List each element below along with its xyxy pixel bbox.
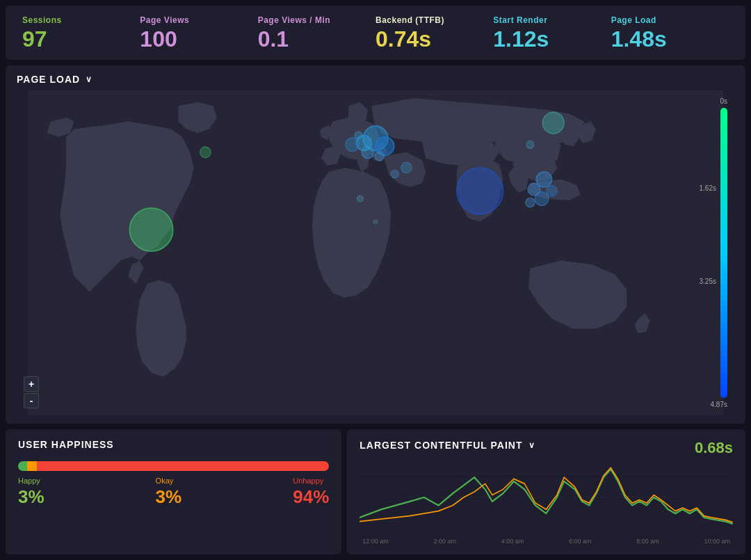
lcp-header: LARGEST CONTENTFUL PAINT ∨ 0.68s: [360, 439, 733, 457]
happiness-unhappy-bar: [37, 461, 329, 471]
svg-point-6: [362, 146, 374, 159]
legend-gradient: [720, 108, 727, 398]
stat-pageviews-label: Page Views: [140, 15, 257, 25]
legend-mid2-label: 3.25s: [700, 278, 716, 285]
stat-pageviews-min-value: 0.1: [258, 28, 376, 50]
happiness-labels: Happy 3% Okay 3% Unhappy 94%: [18, 477, 329, 508]
dashboard: Sessions 97 Page Views 100 Page Views / …: [0, 0, 751, 560]
happiness-unhappy-text: Unhappy: [293, 477, 329, 485]
lcp-value: 0.68s: [695, 439, 733, 457]
happiness-title: USER HAPPINESS: [18, 439, 329, 450]
x-label-5: 10:00 am: [704, 538, 730, 545]
stat-page-load-value: 1.48s: [611, 28, 729, 50]
happiness-okay-label: Okay 3%: [156, 477, 182, 508]
bottom-panels: USER HAPPINESS Happy 3% Okay 3% Unhappy: [6, 429, 745, 554]
stat-page-load: Page Load 1.48s: [611, 15, 729, 50]
stat-sessions-value: 97: [22, 28, 140, 50]
map-legend: 0s 1.62s 3.25s 4.87s: [693, 97, 727, 408]
svg-point-19: [526, 141, 534, 148]
zoom-out-button[interactable]: -: [24, 393, 39, 408]
x-label-2: 4:00 am: [501, 538, 524, 545]
svg-point-9: [355, 131, 362, 139]
lcp-title[interactable]: LARGEST CONTENTFUL PAINT ∨: [360, 440, 535, 451]
x-label-0: 12:00 am: [362, 538, 389, 545]
lcp-chart: [360, 461, 733, 534]
svg-point-12: [457, 168, 503, 214]
stats-bar: Sessions 97 Page Views 100 Page Views / …: [6, 6, 745, 60]
chevron-down-icon: ∨: [86, 74, 92, 84]
svg-point-13: [542, 112, 564, 134]
stat-start-render-value: 1.12s: [493, 28, 611, 50]
happiness-happy-bar: [18, 461, 27, 471]
lcp-chevron-icon: ∨: [528, 440, 535, 450]
map-section-title[interactable]: PAGE LOAD ∨: [17, 74, 734, 85]
x-label-1: 2:00 am: [434, 538, 457, 545]
legend-mid1-label: 1.62s: [700, 184, 716, 192]
svg-point-21: [373, 220, 378, 225]
stat-ttfb: Backend (TTFB) 0.74s: [376, 15, 493, 50]
happiness-bar: [18, 461, 329, 471]
stat-ttfb-value: 0.74s: [376, 28, 493, 50]
svg-point-16: [547, 186, 558, 197]
svg-point-11: [391, 170, 398, 178]
zoom-in-button[interactable]: +: [24, 376, 39, 392]
svg-point-10: [401, 162, 412, 173]
lcp-x-labels: 12:00 am 2:00 am 4:00 am 6:00 am 8:00 am…: [360, 538, 733, 545]
happiness-unhappy-label: Unhappy 94%: [293, 477, 329, 508]
stat-sessions-label: Sessions: [22, 15, 140, 25]
lcp-chart-svg: [360, 461, 733, 534]
legend-bottom-label: 4.87s: [711, 401, 727, 408]
stat-pageviews: Page Views 100: [140, 15, 257, 50]
svg-point-17: [535, 192, 549, 206]
happiness-okay-text: Okay: [156, 477, 182, 485]
svg-point-18: [526, 198, 535, 207]
happiness-happy-text: Happy: [18, 477, 45, 485]
stat-sessions: Sessions 97: [22, 15, 140, 50]
stat-page-load-label: Page Load: [611, 15, 729, 25]
stat-start-render-label: Start Render: [493, 15, 611, 25]
world-map: 0s 1.62s 3.25s 4.87s + -: [17, 90, 734, 415]
x-label-3: 6:00 am: [569, 538, 592, 545]
zoom-controls[interactable]: + -: [24, 376, 39, 408]
svg-point-8: [346, 138, 360, 152]
stat-pageviews-value: 100: [140, 28, 257, 50]
stat-ttfb-label: Backend (TTFB): [376, 15, 493, 25]
legend-top-label: 0s: [720, 97, 727, 105]
lcp-panel: LARGEST CONTENTFUL PAINT ∨ 0.68s: [347, 429, 745, 554]
happiness-happy-label: Happy 3%: [18, 477, 45, 508]
svg-point-7: [375, 152, 384, 161]
happiness-happy-value: 3%: [18, 486, 45, 508]
stat-pageviews-min-label: Page Views / Min: [258, 15, 376, 25]
map-svg: [17, 90, 734, 415]
svg-point-1: [129, 208, 172, 251]
svg-point-20: [357, 195, 363, 202]
stat-start-render: Start Render 1.12s: [493, 15, 611, 50]
x-label-4: 8:00 am: [636, 538, 659, 545]
svg-point-2: [200, 147, 211, 158]
map-section: PAGE LOAD ∨: [6, 65, 745, 424]
happiness-okay-value: 3%: [156, 486, 182, 508]
happiness-okay-bar: [27, 461, 36, 471]
happiness-unhappy-value: 94%: [293, 486, 329, 508]
stat-pageviews-min: Page Views / Min 0.1: [258, 15, 376, 50]
happiness-panel: USER HAPPINESS Happy 3% Okay 3% Unhappy: [6, 429, 341, 554]
